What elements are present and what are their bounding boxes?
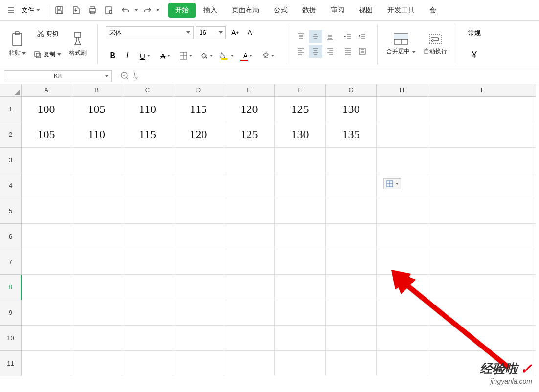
cell-E6[interactable]: [224, 224, 275, 249]
cell-B9[interactable]: [71, 300, 122, 326]
undo-icon[interactable]: [118, 2, 134, 18]
cell-A9[interactable]: [22, 300, 71, 326]
cell-C9[interactable]: [122, 300, 173, 326]
cell-A10[interactable]: [22, 326, 71, 351]
file-menu[interactable]: 文件: [19, 4, 43, 17]
col-header-H[interactable]: H: [377, 84, 427, 97]
cell-H3[interactable]: [377, 148, 427, 173]
cell-E10[interactable]: [224, 326, 275, 351]
number-format-label[interactable]: 常规: [464, 27, 485, 40]
cell-D1[interactable]: 115: [173, 97, 224, 122]
cell-G7[interactable]: [326, 249, 377, 275]
row-header-1[interactable]: 1: [0, 97, 22, 122]
col-header-C[interactable]: C: [122, 84, 173, 97]
cancel-icon[interactable]: [120, 71, 129, 80]
cell-C10[interactable]: [122, 326, 173, 351]
currency-icon[interactable]: ¥: [468, 49, 481, 62]
cell-C1[interactable]: 110: [122, 97, 173, 122]
tab-formula[interactable]: 公式: [267, 3, 294, 18]
redo-dropdown-icon[interactable]: [156, 9, 160, 11]
cell-H1[interactable]: [377, 97, 427, 122]
cell-H9[interactable]: [377, 300, 427, 326]
cell-D9[interactable]: [173, 300, 224, 326]
cell-G3[interactable]: [326, 148, 377, 173]
cell-A6[interactable]: [22, 224, 71, 249]
save-icon[interactable]: [51, 2, 67, 18]
cell-F3[interactable]: [275, 148, 326, 173]
cell-A3[interactable]: [22, 148, 71, 173]
row-header-10[interactable]: 10: [0, 326, 22, 351]
cell-H11[interactable]: [377, 351, 427, 376]
cell-B1[interactable]: 105: [71, 97, 122, 122]
italic-icon[interactable]: I: [120, 49, 134, 62]
cell-E11[interactable]: [224, 351, 275, 376]
cell-H8[interactable]: [377, 275, 427, 300]
cell-E4[interactable]: [224, 173, 275, 198]
select-all-corner[interactable]: [0, 84, 22, 97]
cell-C7[interactable]: [122, 249, 173, 275]
bold-icon[interactable]: B: [106, 49, 119, 62]
cell-I8[interactable]: [427, 275, 536, 300]
cell-I3[interactable]: [427, 148, 536, 173]
border-icon[interactable]: [176, 49, 196, 62]
cell-G4[interactable]: [326, 173, 377, 198]
font-size-select[interactable]: 16: [196, 26, 226, 39]
cell-A7[interactable]: [22, 249, 71, 275]
cell-G6[interactable]: [326, 224, 377, 249]
col-header-D[interactable]: D: [173, 84, 224, 97]
cell-C8[interactable]: [122, 275, 173, 300]
save-as-icon[interactable]: [68, 2, 84, 18]
cell-D2[interactable]: 120: [173, 122, 224, 148]
clear-format-icon[interactable]: [258, 49, 278, 62]
copy-button[interactable]: 复制: [31, 49, 64, 60]
cell-F6[interactable]: [275, 224, 326, 249]
wrap-text-button[interactable]: 自动换行: [421, 22, 450, 66]
cell-H6[interactable]: [377, 224, 427, 249]
cell-C3[interactable]: [122, 148, 173, 173]
cell-I9[interactable]: [427, 300, 536, 326]
cell-G8[interactable]: [326, 275, 377, 300]
cell-B4[interactable]: [71, 173, 122, 198]
menu-icon[interactable]: [4, 4, 18, 16]
tab-view[interactable]: 视图: [352, 3, 380, 18]
tab-layout[interactable]: 页面布局: [225, 3, 266, 18]
cell-B11[interactable]: [71, 351, 122, 376]
cut-button[interactable]: 剪切: [34, 28, 61, 40]
increase-indent-icon[interactable]: [356, 30, 369, 43]
increase-font-icon[interactable]: A+: [228, 26, 242, 39]
cell-B2[interactable]: 110: [71, 122, 122, 148]
row-header-7[interactable]: 7: [0, 249, 22, 275]
cell-I5[interactable]: [427, 198, 536, 224]
cell-D6[interactable]: [173, 224, 224, 249]
tab-insert[interactable]: 插入: [197, 3, 224, 18]
row-header-3[interactable]: 3: [0, 148, 22, 173]
cell-H10[interactable]: [377, 326, 427, 351]
redo-icon[interactable]: [139, 2, 155, 18]
paste-options-button[interactable]: [383, 178, 401, 189]
align-right-icon[interactable]: [323, 45, 337, 58]
formula-input[interactable]: [143, 70, 539, 82]
row-header-11[interactable]: 11: [0, 351, 22, 376]
row-header-4[interactable]: 4: [0, 173, 22, 198]
print-icon[interactable]: [85, 2, 100, 18]
cell-E3[interactable]: [224, 148, 275, 173]
cell-E1[interactable]: 120: [224, 97, 275, 122]
cell-B3[interactable]: [71, 148, 122, 173]
row-header-8[interactable]: 8: [0, 275, 22, 300]
row-header-6[interactable]: 6: [0, 224, 22, 249]
cell-E9[interactable]: [224, 300, 275, 326]
col-header-E[interactable]: E: [224, 84, 275, 97]
merge-center-button[interactable]: 合并居中: [383, 22, 418, 66]
cell-C5[interactable]: [122, 198, 173, 224]
distribute-icon[interactable]: [356, 45, 369, 58]
align-middle-icon[interactable]: [309, 30, 322, 43]
cell-A5[interactable]: [22, 198, 71, 224]
cell-F7[interactable]: [275, 249, 326, 275]
cell-F2[interactable]: 130: [275, 122, 326, 148]
align-center-icon[interactable]: [309, 45, 322, 58]
cell-A1[interactable]: 100: [22, 97, 71, 122]
cell-C4[interactable]: [122, 173, 173, 198]
format-painter-button[interactable]: 格式刷: [66, 23, 90, 65]
cell-G10[interactable]: [326, 326, 377, 351]
cell-C11[interactable]: [122, 351, 173, 376]
